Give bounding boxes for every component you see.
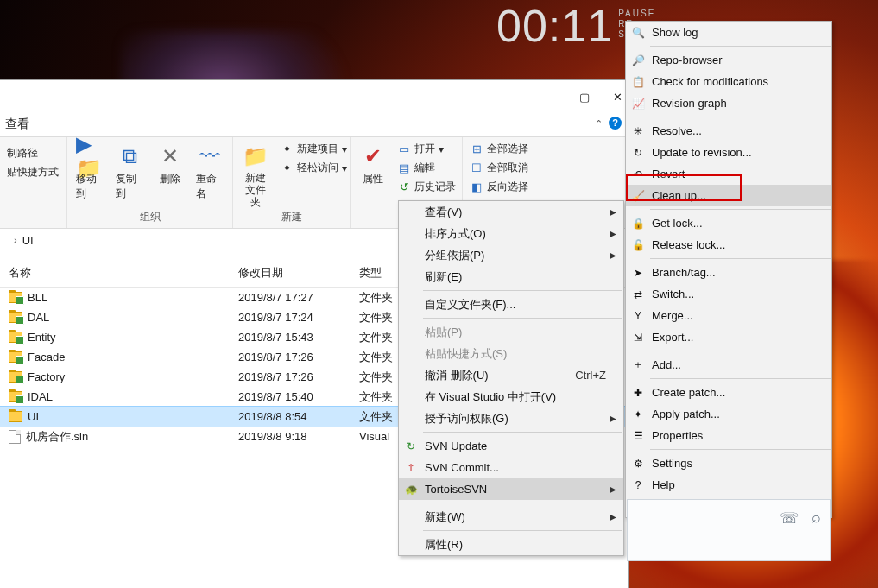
menu-item-icon: 🔎 xyxy=(631,54,645,67)
menu-item[interactable]: YMerge... xyxy=(626,305,831,326)
chat-panel[interactable]: ☏ ⌕ xyxy=(627,499,831,561)
copy-to-button[interactable]: ⧉复制到 xyxy=(112,141,147,203)
file-date: 2019/8/7 15:40 xyxy=(238,390,359,403)
file-name: Facade xyxy=(28,351,65,364)
menu-item-icon: 📈 xyxy=(631,97,645,111)
menu-item[interactable]: 撤消 删除(U)Ctrl+Z xyxy=(399,364,623,386)
menu-item[interactable]: ?Help xyxy=(626,474,831,496)
folder-icon xyxy=(9,371,22,383)
menu-item-label: Help xyxy=(652,478,675,491)
pin-item[interactable] xyxy=(5,141,9,142)
menu-item[interactable]: ⇲Export... xyxy=(626,326,831,348)
column-name[interactable]: 名称 xyxy=(0,265,238,287)
view-tab[interactable]: 查看 xyxy=(5,117,29,132)
menu-item-label: Settings xyxy=(652,457,692,470)
history-button[interactable]: ↺历史记录 xyxy=(395,179,458,195)
menu-item-icon: 🔒 xyxy=(631,217,645,231)
menu-item[interactable]: ⚙Settings xyxy=(626,452,831,474)
menu-item-label: 粘贴(P) xyxy=(425,325,462,340)
menu-item[interactable]: 🔒Get lock... xyxy=(626,212,831,234)
menu-item[interactable]: 在 Visual Studio 中打开(V) xyxy=(399,386,623,408)
phone-icon[interactable]: ☏ xyxy=(780,509,799,528)
menu-item[interactable]: ✦Apply patch... xyxy=(626,403,831,425)
menu-item-label: 授予访问权限(G) xyxy=(425,411,508,427)
menu-item[interactable]: 排序方式(O)▶ xyxy=(399,223,623,244)
properties-button[interactable]: ✔属性 xyxy=(356,141,390,188)
menu-item-icon: ⇄ xyxy=(631,288,645,301)
menu-item[interactable]: 📋Check for modifications xyxy=(626,71,831,92)
menu-item[interactable]: 🐢TortoiseSVN▶ xyxy=(399,478,623,500)
file-name: IDAL xyxy=(28,390,53,403)
submenu-arrow-icon: ▶ xyxy=(610,229,616,238)
menu-item-icon: ? xyxy=(631,478,645,492)
delete-button[interactable]: ✕删除 xyxy=(153,141,187,188)
move-to-button[interactable]: ▶📁移动到 xyxy=(73,141,107,203)
menu-item-icon: ✦ xyxy=(631,408,645,421)
menu-shortcut: Ctrl+Z xyxy=(575,369,606,382)
select-all-button[interactable]: ⊞全部选择 xyxy=(468,141,553,157)
menu-item[interactable]: ✚Create patch... xyxy=(626,382,831,403)
edit-button[interactable]: ▤編輯 xyxy=(395,160,458,176)
menu-item[interactable]: 🔓Release lock... xyxy=(626,234,831,256)
menu-item[interactable]: 📈Revision graph xyxy=(626,92,831,114)
paste-shortcut-button[interactable]: 贴快捷方式 xyxy=(5,164,60,180)
file-name: UI xyxy=(28,410,39,423)
menu-item[interactable]: 分组依据(P)▶ xyxy=(399,244,623,266)
menu-item[interactable]: ☰Properties xyxy=(626,425,831,446)
menu-item[interactable]: ↶Revert xyxy=(626,163,831,185)
menu-item[interactable]: 新建(W)▶ xyxy=(399,506,623,528)
new-item-button[interactable]: ✦新建项目 ▾ xyxy=(278,141,349,157)
menu-item[interactable]: 授予访问权限(G)▶ xyxy=(399,408,623,429)
maximize-button[interactable]: ▢ xyxy=(578,91,591,104)
menu-item[interactable]: ➤Branch/tag... xyxy=(626,262,831,283)
copy-path-button[interactable]: 制路径 xyxy=(5,145,40,161)
open-button[interactable]: ▭打开 ▾ xyxy=(395,141,458,157)
menu-item-label: Revision graph xyxy=(652,97,727,110)
select-none-button[interactable]: ☐全部取消 xyxy=(468,160,553,176)
easy-access-button[interactable]: ✦轻松访问 ▾ xyxy=(278,160,349,176)
menu-item[interactable]: 刷新(E) xyxy=(399,266,623,288)
close-button[interactable]: ✕ xyxy=(611,91,623,104)
menu-separator xyxy=(650,351,831,351)
menu-item[interactable]: 属性(R) xyxy=(399,534,623,555)
menu-item[interactable]: 自定义文件夹(F)... xyxy=(399,294,623,315)
menu-item[interactable]: ✳Resolve... xyxy=(626,120,831,142)
rename-button[interactable]: 〰重命名 xyxy=(193,141,227,203)
menu-item-label: Show log xyxy=(652,26,698,39)
ribbon-group-organize: ▶📁移动到 ⧉复制到 ✕删除 〰重命名 组织 xyxy=(67,137,233,228)
menu-item-label: Merge... xyxy=(652,309,693,322)
menu-item-icon: ⚙ xyxy=(631,457,645,471)
menu-item-label: Clean up... xyxy=(652,189,706,202)
breadcrumb-segment[interactable]: UI xyxy=(22,234,34,247)
invert-selection-button[interactable]: ◧反向选择 xyxy=(468,179,553,195)
menu-item[interactable]: ↥SVN Commit... xyxy=(399,457,623,478)
new-folder-button[interactable]: 📁新建 文件夹 xyxy=(238,141,273,210)
ribbon-group-new: 📁新建 文件夹 ✦新建项目 ▾ ✦轻松访问 ▾ 新建 xyxy=(233,137,351,228)
minimize-button[interactable]: — xyxy=(546,91,558,104)
solution-file-icon xyxy=(9,430,21,444)
menu-item[interactable]: 查看(V)▶ xyxy=(399,201,623,223)
context-menu-tortoisesvn[interactable]: 🔍Show log🔎Repo-browser📋Check for modific… xyxy=(625,21,832,518)
menu-separator xyxy=(423,530,622,531)
ribbon-collapse-toggle[interactable]: ⌃ xyxy=(595,118,603,130)
menu-separator xyxy=(650,209,831,210)
video-call-icon[interactable]: ⌕ xyxy=(812,509,821,528)
ribbon-group-clipboard: 制路径 贴快捷方式 xyxy=(0,137,67,228)
menu-item[interactable]: 🧹Clean up... xyxy=(626,185,831,206)
menu-item-label: Create patch... xyxy=(652,386,725,399)
help-icon[interactable]: ? xyxy=(609,117,622,130)
menu-item-label: 自定义文件夹(F)... xyxy=(425,297,515,313)
folder-icon xyxy=(9,312,22,323)
menu-item[interactable]: ↻SVN Update xyxy=(399,435,623,457)
column-modified[interactable]: 修改日期 xyxy=(238,265,359,287)
menu-separator xyxy=(650,46,831,47)
menu-item-icon: 🔍 xyxy=(631,26,645,40)
menu-item[interactable]: ↻Update to revision... xyxy=(626,142,831,163)
submenu-arrow-icon: ▶ xyxy=(610,414,616,423)
menu-item[interactable]: ＋Add... xyxy=(626,354,831,376)
context-menu-main[interactable]: 查看(V)▶排序方式(O)▶分组依据(P)▶刷新(E)自定义文件夹(F)...粘… xyxy=(398,200,624,556)
menu-item-label: Branch/tag... xyxy=(652,266,716,279)
menu-item[interactable]: 🔍Show log xyxy=(626,22,831,43)
menu-item[interactable]: 🔎Repo-browser xyxy=(626,49,831,71)
menu-item[interactable]: ⇄Switch... xyxy=(626,283,831,305)
